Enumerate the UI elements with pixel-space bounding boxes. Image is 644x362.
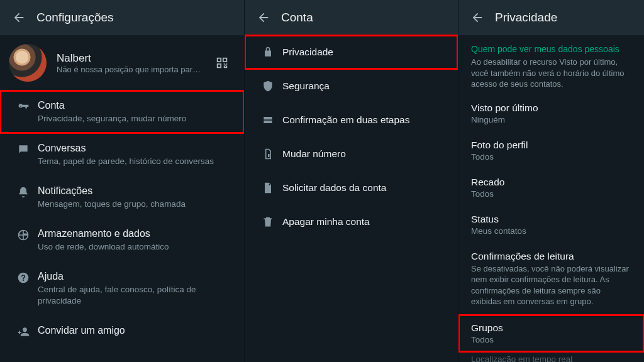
settings-item-key[interactable]: ContaPrivacidade, segurança, mudar númer… bbox=[0, 90, 244, 133]
shield-icon-wrap bbox=[253, 80, 282, 92]
list-sub: Uso de rede, download automático bbox=[38, 241, 231, 253]
profile-status: Não é nossa posição que importa par… bbox=[57, 65, 201, 74]
list-sub: Mensagem, toques de grupo, chamada bbox=[38, 199, 231, 210]
privacy-item[interactable]: StatusMeus contatos bbox=[458, 206, 644, 243]
settings-item-help[interactable]: AjudaCentral de ajuda, fale conosco, pol… bbox=[0, 261, 244, 315]
list-title: Conta bbox=[38, 99, 231, 112]
priv-value: Todos bbox=[471, 189, 631, 199]
account-item-lock[interactable]: Privacidade bbox=[245, 35, 458, 69]
priv-value: Todos bbox=[471, 335, 631, 344]
account-item-shield[interactable]: Segurança bbox=[245, 69, 458, 103]
bell-icon-wrap bbox=[9, 185, 38, 199]
priv-value: Meus contatos bbox=[471, 226, 631, 236]
settings-item-invite[interactable]: Convidar um amigo bbox=[0, 315, 244, 347]
sim-icon bbox=[262, 148, 274, 160]
priv-value: Todos bbox=[471, 152, 631, 162]
section-heading: Quem pode ver meus dados pessoais bbox=[458, 35, 644, 55]
trash-icon-wrap bbox=[253, 216, 282, 228]
account-item-doc[interactable]: Solicitar dados da conta bbox=[245, 171, 458, 205]
priv-value: Ninguém bbox=[471, 115, 631, 124]
sim-icon-wrap bbox=[253, 148, 282, 160]
lock-icon bbox=[262, 46, 274, 58]
chat-icon-wrap bbox=[9, 142, 38, 156]
priv-title: Recado bbox=[471, 177, 631, 188]
groups-item[interactable]: Grupos Todos bbox=[458, 315, 644, 352]
settings-panel: Configurações Nalbert Não é nossa posiçã… bbox=[0, 0, 244, 362]
settings-item-bell[interactable]: NotificaçõesMensagem, toques de grupo, c… bbox=[0, 176, 244, 219]
priv-title: Foto do perfil bbox=[471, 140, 631, 151]
invite-icon bbox=[17, 326, 30, 338]
list-text: Armazenamento e dadosUso de rede, downlo… bbox=[38, 228, 231, 253]
lock-icon-wrap bbox=[253, 46, 282, 58]
list-text: NotificaçõesMensagem, toques de grupo, c… bbox=[38, 185, 231, 210]
settings-item-data[interactable]: Armazenamento e dadosUso de rede, downlo… bbox=[0, 219, 244, 261]
account-panel: Conta PrivacidadeSegurançaConfirmação em… bbox=[244, 0, 458, 362]
avatar bbox=[9, 44, 47, 82]
pin-icon-wrap bbox=[253, 114, 282, 126]
priv-title: Confirmações de leitura bbox=[471, 251, 631, 262]
list-sub: Central de ajuda, fale conosco, política… bbox=[38, 284, 231, 307]
arrow-left-icon bbox=[12, 11, 26, 25]
list-sub: Tema, papel de parede, histórico de conv… bbox=[38, 156, 231, 167]
list-text: ContaPrivacidade, segurança, mudar númer… bbox=[38, 99, 231, 124]
chat-icon bbox=[17, 143, 30, 156]
list-text: Convidar um amigo bbox=[38, 324, 231, 337]
priv-title: Grupos bbox=[471, 322, 631, 334]
account-item-pin[interactable]: Confirmação em duas etapas bbox=[245, 103, 458, 137]
simple-label: Privacidade bbox=[282, 47, 333, 58]
bell-icon bbox=[17, 186, 30, 199]
simple-label: Mudar número bbox=[282, 148, 346, 160]
cutoff-text: Localização em tempo real bbox=[458, 352, 644, 362]
list-text: ConversasTema, papel de parede, históric… bbox=[38, 142, 231, 167]
arrow-left-icon bbox=[470, 11, 484, 25]
privacy-item[interactable]: RecadoTodos bbox=[458, 169, 644, 206]
simple-label: Confirmação em duas etapas bbox=[282, 114, 409, 126]
privacy-item[interactable]: Foto do perfilTodos bbox=[458, 132, 644, 169]
account-header: Conta bbox=[245, 0, 458, 35]
privacy-header: Privacidade bbox=[458, 0, 644, 35]
key-icon-wrap bbox=[9, 99, 38, 113]
settings-header: Configurações bbox=[0, 0, 244, 35]
pin-icon bbox=[262, 114, 274, 126]
doc-icon bbox=[262, 182, 274, 194]
back-button[interactable] bbox=[8, 6, 30, 29]
list-title: Conversas bbox=[38, 142, 231, 155]
back-button[interactable] bbox=[466, 6, 489, 29]
list-sub: Privacidade, segurança, mudar número bbox=[38, 113, 231, 124]
shield-icon bbox=[262, 80, 274, 92]
back-button[interactable] bbox=[252, 6, 275, 29]
list-title: Armazenamento e dados bbox=[38, 228, 231, 241]
profile-row[interactable]: Nalbert Não é nossa posição que importa … bbox=[0, 35, 244, 90]
qr-icon bbox=[215, 56, 229, 70]
list-title: Convidar um amigo bbox=[38, 324, 231, 337]
account-item-trash[interactable]: Apagar minha conta bbox=[245, 205, 458, 239]
settings-title: Configurações bbox=[36, 11, 114, 25]
account-item-sim[interactable]: Mudar número bbox=[245, 137, 458, 171]
account-title: Conta bbox=[281, 11, 313, 25]
arrow-left-icon bbox=[257, 11, 270, 25]
doc-icon-wrap bbox=[253, 182, 282, 194]
privacy-item[interactable]: Visto por últimoNinguém bbox=[458, 95, 644, 132]
list-title: Ajuda bbox=[38, 270, 231, 283]
data-icon-wrap bbox=[9, 228, 38, 241]
priv-title: Status bbox=[471, 214, 631, 225]
privacy-title: Privacidade bbox=[495, 11, 557, 25]
simple-label: Apagar minha conta bbox=[282, 216, 370, 228]
read-receipts-item[interactable]: Confirmações de leitura Se desativadas, … bbox=[458, 243, 644, 315]
settings-item-chat[interactable]: ConversasTema, papel de parede, históric… bbox=[0, 133, 244, 176]
data-icon bbox=[17, 229, 30, 241]
profile-name: Nalbert bbox=[57, 52, 215, 65]
privacy-panel: Privacidade Quem pode ver meus dados pes… bbox=[458, 0, 644, 362]
list-text: AjudaCentral de ajuda, fale conosco, pol… bbox=[38, 270, 231, 307]
profile-text: Nalbert Não é nossa posição que importa … bbox=[57, 52, 215, 74]
simple-label: Segurança bbox=[282, 80, 330, 92]
trash-icon bbox=[262, 216, 274, 228]
key-icon bbox=[17, 101, 30, 113]
help-icon bbox=[17, 272, 30, 284]
help-icon-wrap bbox=[9, 270, 38, 284]
simple-label: Solicitar dados da conta bbox=[282, 182, 386, 194]
qr-button[interactable] bbox=[215, 56, 229, 70]
list-title: Notificações bbox=[38, 185, 231, 198]
section-desc: Ao desabilitar o recurso Visto por últim… bbox=[458, 55, 644, 95]
priv-note: Se desativadas, você não poderá visualiz… bbox=[471, 263, 631, 307]
